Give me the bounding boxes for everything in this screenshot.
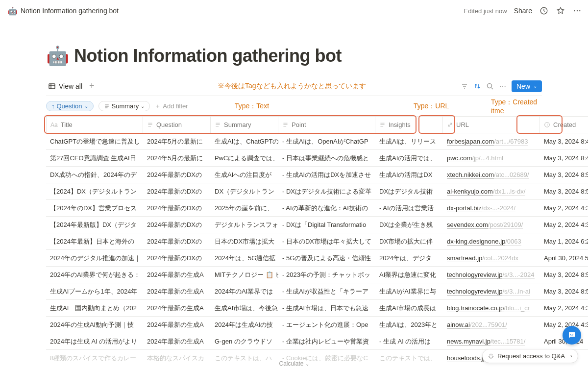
col-point[interactable]: Point	[278, 116, 375, 133]
cell-point[interactable]: - DXは「Digital Transformatio	[278, 216, 375, 233]
new-button[interactable]: New ⌄	[512, 80, 542, 92]
add-view-button[interactable]: +	[87, 81, 97, 91]
cell-url[interactable]: technologyreview.jp/s/3...-2024	[443, 266, 540, 283]
breadcrumb[interactable]: Notion Information gathering bot	[21, 7, 119, 15]
cell-title[interactable]: 2024年の生成AI動向予測｜技	[46, 316, 143, 333]
cell-url[interactable]: blog.trainocate.co.jp/blo...i_cr	[443, 299, 540, 316]
cell-question[interactable]: 2024年5月の最新に	[143, 133, 211, 149]
cell-url[interactable]: dx-portal.biz/dx-...-2024/	[443, 199, 540, 216]
cell-summary[interactable]: デジタルトランスフォ	[211, 216, 278, 233]
table-row[interactable]: ChatGPTの登場で急速に普及し2024年5月の最新に生成AIは、ChatGP…	[46, 133, 542, 149]
cell-url[interactable]: sevendex.com/post/29109/	[443, 216, 540, 233]
cell-title[interactable]: DX成功への指針、2024年のデ	[46, 166, 143, 183]
cell-url[interactable]: pwc.com/jp/...4.html	[443, 149, 540, 166]
cell-insights[interactable]: - 生成 AI の活用は	[375, 333, 443, 349]
cell-url[interactable]: dx-king.designone.jp/0063	[443, 233, 540, 249]
cell-point[interactable]: - 生成AIの活用はDXを加速させ	[278, 166, 375, 183]
view-tab[interactable]: View all	[46, 80, 84, 92]
add-filter-button[interactable]: + Add filter	[156, 102, 188, 110]
filter-pill-summary[interactable]: Summary ⌄	[98, 101, 150, 111]
cell-summary[interactable]: MITテクノロジー 📋 ヒ	[211, 266, 278, 283]
cell-insights[interactable]: DXはデジタル技術	[375, 183, 443, 199]
cell-title[interactable]: 【2024年最新版】DX（デジタ	[46, 216, 143, 233]
cell-url[interactable]: ainow.ai/202...75901/	[443, 316, 540, 333]
table-row[interactable]: 2024年は生成 AI の活用がより2024年最新の生成AG-gen のクラウド…	[46, 333, 542, 349]
cell-url[interactable]: forbesjapan.com/art.../67983	[443, 133, 540, 149]
chevron-down-icon[interactable]: ⌄	[533, 83, 537, 89]
cell-question[interactable]: 2024年最新の生成A	[143, 283, 211, 299]
table-row[interactable]: 2024年のデジタル推進の加速｜2024年最新のDXの2024年は、5G通信拡-…	[46, 249, 542, 266]
cell-question[interactable]: 2024年最新の生成A	[143, 333, 211, 349]
more-view-icon[interactable]	[499, 82, 507, 90]
sort-icon[interactable]	[473, 82, 481, 90]
cell-insights[interactable]: - AIの活用は営業活	[375, 199, 443, 216]
col-question[interactable]: Question	[143, 116, 211, 133]
cell-summary[interactable]: G-gen のクラウドソ	[211, 333, 278, 349]
cell-insights[interactable]: 生成AIの活用では、	[375, 149, 443, 166]
cell-summary[interactable]: 2025年の崖を前に、	[211, 199, 278, 216]
cell-insights[interactable]: 2024年は、デジタ	[375, 249, 443, 266]
cell-point[interactable]: - 5Gの普及による高速・信頼性	[278, 249, 375, 266]
cell-summary[interactable]: 2024年は生成AIの技	[211, 316, 278, 333]
cell-question[interactable]: 2024年最新のDXの	[143, 183, 211, 199]
table-row[interactable]: 2024年のAI業界で何が起きる：2024年最新の生成AMITテクノロジー 📋 …	[46, 266, 542, 283]
cell-question[interactable]: 2024年最新のDXの	[143, 199, 211, 216]
clock-icon[interactable]	[539, 6, 549, 16]
cell-question[interactable]: 2024年最新のDXの	[143, 249, 211, 266]
table-row[interactable]: 2024年の生成AI動向予測｜技2024年最新の生成A2024年は生成AIの技-…	[46, 316, 542, 333]
cell-question[interactable]: 2024年最新の生成A	[143, 299, 211, 316]
cell-question[interactable]: 2024年最新の生成A	[143, 266, 211, 283]
cell-summary[interactable]: 生成AIは、ChatGPTの	[211, 133, 278, 149]
cell-insights[interactable]: 生成AIは、リリース	[375, 133, 443, 149]
col-summary[interactable]: Summary	[211, 116, 278, 133]
page-title-text[interactable]: Notion Information gathering bot	[74, 46, 342, 66]
star-icon[interactable]	[556, 6, 565, 16]
table-row[interactable]: 生成AI 国内動向まとめ（2022024年最新の生成A生成AI市場は、今後急- …	[46, 299, 542, 316]
cell-question[interactable]: 2024年最新のDXの	[143, 233, 211, 249]
table-row[interactable]: 【2024年最新版】DX（デジタ2024年最新のDXのデジタルトランスフォ- D…	[46, 216, 542, 233]
table-row[interactable]: 【2024】DX（デジタルトラン2024年最新のDXのDX（デジタルトラン- D…	[46, 183, 542, 199]
page-emoji[interactable]: 🤖	[46, 45, 69, 67]
cell-title[interactable]: 【2024年のDX】営業プロセス	[46, 199, 143, 216]
cell-point[interactable]: - 2023年の予測：チャットボッ	[278, 266, 375, 283]
cell-point[interactable]: - 生成AIが収益性と「キラーア	[278, 283, 375, 299]
cell-question[interactable]: 2024年5月の最新に	[143, 149, 211, 166]
cell-title[interactable]: 第27回CEO意識調査 生成AI日	[46, 149, 143, 166]
col-title[interactable]: AaTitle	[46, 116, 143, 133]
search-icon[interactable]	[486, 82, 494, 90]
cell-url[interactable]: technologyreview.jp/s/3...in-ai	[443, 283, 540, 299]
cell-url[interactable]: ai-kenkyujo.com/dx1...is-dx/	[443, 183, 540, 199]
col-created[interactable]: Created	[540, 116, 588, 133]
cell-title[interactable]: 2024年のAI業界で何が起きる：	[46, 266, 143, 283]
cell-point[interactable]: - 企業は社内レビューや営業資	[278, 333, 375, 349]
cell-point[interactable]: - 日本のDX市場は年々拡大して	[278, 233, 375, 249]
col-insights[interactable]: Insights	[375, 116, 443, 133]
cell-summary[interactable]: DX（デジタルトラン	[211, 183, 278, 199]
cell-point[interactable]: - 生成AIは、OpenAIがChatGP	[278, 133, 375, 149]
more-icon[interactable]	[572, 6, 582, 16]
cell-url[interactable]: xtech.nikkei.com/atc...02689/	[443, 166, 540, 183]
filter-icon[interactable]	[461, 82, 468, 90]
cell-point[interactable]: - DXはデジタル技術による変革	[278, 183, 375, 199]
cell-url[interactable]: smartread.jp/col...2024dx	[443, 249, 540, 266]
cell-summary[interactable]: 生成AI市場は、今後急	[211, 299, 278, 316]
cell-point[interactable]: - 生成AI市場は、日本でも急速	[278, 299, 375, 316]
table-row[interactable]: DX成功への指針、2024年のデ2024年最新のDXの生成AIへの注目度が- 生…	[46, 166, 542, 183]
share-button[interactable]: Share	[514, 7, 532, 15]
cell-question[interactable]: 2024年最新の生成A	[143, 316, 211, 333]
cell-insights[interactable]: DXは企業が生き残	[375, 216, 443, 233]
table-row[interactable]: 第27回CEO意識調査 生成AI日2024年5月の最新にPwCによる調査では、-…	[46, 149, 542, 166]
cell-summary[interactable]: 生成AIへの注目度が	[211, 166, 278, 183]
cell-insights[interactable]: 生成AIがAI業界に与	[375, 283, 443, 299]
table-row[interactable]: 生成AIブームから1年、2024年2024年最新の生成A2024年のAI業界では…	[46, 283, 542, 299]
cell-point[interactable]: - エージェント化の進展：Ope	[278, 316, 375, 333]
cell-question[interactable]: 2024年最新のDXの	[143, 216, 211, 233]
qna-pill[interactable]: Request access to Q&A ⌄	[482, 349, 578, 363]
cell-title[interactable]: 生成AI 国内動向まとめ（202	[46, 299, 143, 316]
cell-title[interactable]: 2024年は生成 AI の活用がより	[46, 333, 143, 349]
cell-insights[interactable]: AI業界は急速に変化	[375, 266, 443, 283]
cell-point[interactable]: - AIの革新的な進化：AI技術の	[278, 199, 375, 216]
cell-url[interactable]: news.mynavi.jp/tec...15781/	[443, 333, 540, 349]
cell-summary[interactable]: PwCによる調査では、	[211, 149, 278, 166]
cell-title[interactable]: 【2024】DX（デジタルトラン	[46, 183, 143, 199]
